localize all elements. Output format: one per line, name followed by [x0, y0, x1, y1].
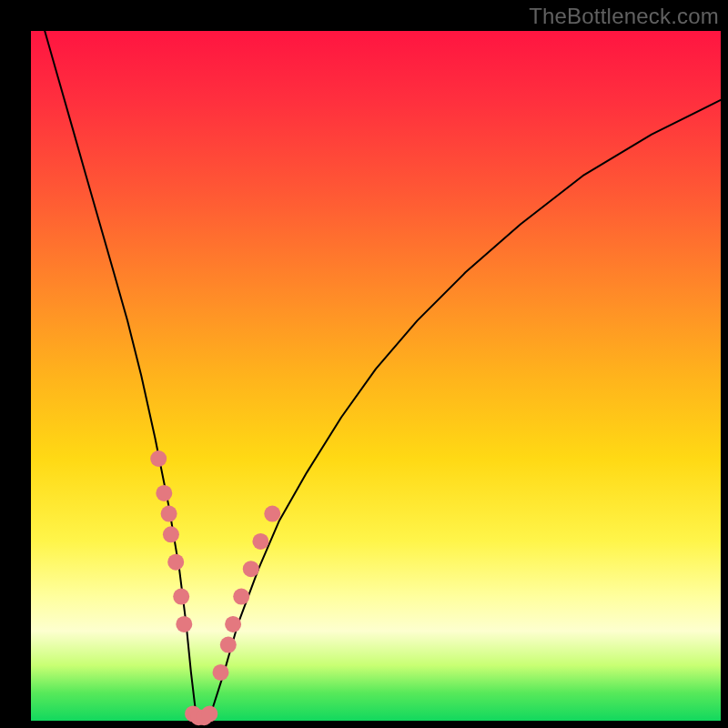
sample-dot — [264, 506, 280, 522]
gradient-plot-area — [31, 31, 721, 721]
watermark-text: TheBottleneck.com — [529, 4, 719, 29]
sample-dot — [161, 506, 177, 522]
bottleneck-curve — [45, 31, 721, 721]
sample-dot — [220, 637, 237, 653]
sample-dot — [173, 589, 189, 605]
sample-dot — [156, 485, 172, 501]
sample-dot — [150, 450, 167, 467]
sample-dot — [213, 664, 229, 681]
sample-dot — [176, 616, 192, 632]
sample-dot — [243, 561, 259, 577]
sample-dot — [252, 533, 268, 550]
sample-dot — [163, 526, 179, 542]
sample-dot — [225, 616, 241, 632]
sample-dot — [233, 589, 249, 605]
chart-frame: TheBottleneck.com — [0, 0, 728, 728]
chart-svg — [31, 31, 721, 721]
sample-dots-group — [150, 450, 280, 725]
sample-dot — [167, 554, 184, 571]
sample-dot — [201, 705, 217, 722]
